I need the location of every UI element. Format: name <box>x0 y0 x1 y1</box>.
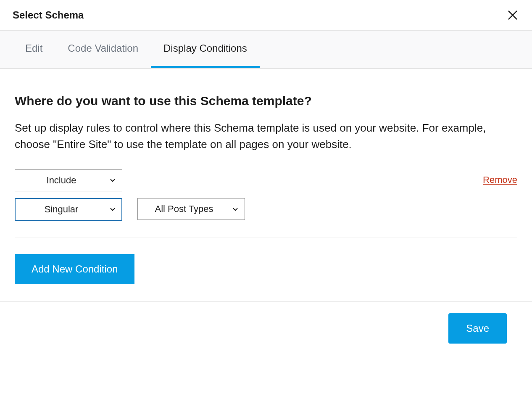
tabs-bar: Edit Code Validation Display Conditions <box>0 31 532 69</box>
condition-line-1: Include <box>15 169 245 191</box>
content-description: Set up display rules to control where th… <box>15 120 517 153</box>
condition-selects: Include Singular All Post Types <box>15 169 245 221</box>
condition-line-2: Singular All Post Types <box>15 198 245 221</box>
posttype-select-wrap: All Post Types <box>137 198 245 221</box>
add-condition-button[interactable]: Add New Condition <box>15 254 134 284</box>
tab-display-conditions[interactable]: Display Conditions <box>151 31 260 68</box>
condition-row: Include Singular All Post Types Remove <box>15 169 517 238</box>
tab-edit[interactable]: Edit <box>13 31 55 68</box>
save-button[interactable]: Save <box>448 313 507 344</box>
tabs: Edit Code Validation Display Conditions <box>13 31 519 68</box>
posttype-select[interactable]: All Post Types <box>137 198 245 220</box>
dialog-header: Select Schema <box>0 0 532 31</box>
scope-select[interactable]: Singular <box>15 198 122 221</box>
close-button[interactable] <box>506 8 519 22</box>
mode-select-wrap: Include <box>15 169 122 191</box>
close-icon <box>507 9 519 21</box>
remove-link[interactable]: Remove <box>483 175 517 185</box>
mode-select[interactable]: Include <box>15 169 122 191</box>
content-area: Where do you want to use this Schema tem… <box>0 69 532 301</box>
dialog-title: Select Schema <box>13 9 84 21</box>
scope-select-wrap: Singular <box>15 198 122 221</box>
content-heading: Where do you want to use this Schema tem… <box>15 94 517 108</box>
tab-code-validation[interactable]: Code Validation <box>55 31 151 68</box>
dialog-footer: Save <box>0 301 532 359</box>
